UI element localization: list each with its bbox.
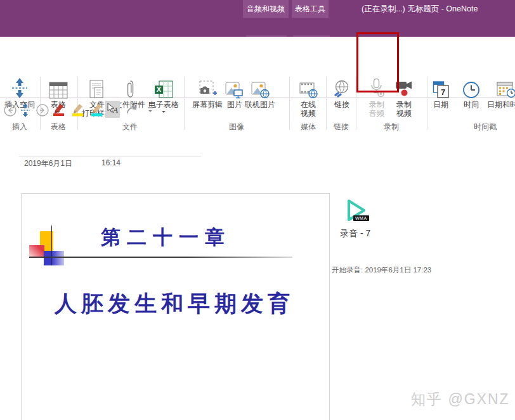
slide-title: 第二十一章: [101, 224, 231, 251]
deco-red-square: [29, 245, 44, 257]
excel-spreadsheet-icon: X: [154, 75, 173, 100]
svg-text:7: 7: [440, 87, 445, 97]
watermark: 知乎 @GXNZ: [411, 390, 510, 409]
type-select-tool-button[interactable]: A: [105, 101, 120, 118]
group-label-table: 表格: [42, 122, 75, 132]
group-separator: [289, 77, 290, 130]
ribbon-tab-row: 文件 开始 插入 绘图 历史记录 审阅 视图 录制... 布局: [0, 18, 515, 37]
svg-text:X: X: [157, 86, 162, 93]
back-button[interactable]: [3, 103, 17, 117]
group-label-recording: 录制: [356, 122, 426, 132]
page-date: 2019年6月1日: [24, 158, 72, 169]
group-separator: [184, 77, 185, 130]
contextual-group-label: 表格工具: [295, 4, 325, 15]
window-title: (正在录制...) 无标题页 - OneNote: [362, 4, 478, 15]
ribbon: 插入空间 插入 表格 表格: [0, 37, 515, 98]
picture-icon: [225, 75, 244, 100]
screen-clipping-icon: [198, 75, 218, 100]
insert-space-tool-button[interactable]: [20, 102, 31, 118]
more-icon: [147, 106, 154, 113]
group-label-media: 媒体: [292, 122, 324, 132]
group-label-links: 链接: [327, 122, 356, 132]
date-and-time-button[interactable]: 日期和时间: [487, 75, 515, 109]
type-select-icon: A: [106, 102, 119, 117]
table-icon: [49, 75, 68, 100]
screen-clipping-button[interactable]: 屏幕剪辑: [188, 75, 226, 109]
forward-icon: [36, 103, 49, 117]
slide-subtitle: 人胚发生和早期发育: [55, 289, 294, 319]
forward-button[interactable]: [36, 103, 49, 117]
toolbar-more-button[interactable]: [146, 105, 155, 114]
link-globe-icon: [333, 75, 351, 100]
online-pictures-icon: [251, 75, 270, 100]
group-label-file: 文件: [79, 122, 181, 132]
redo-button[interactable]: [125, 103, 139, 116]
deco-horizontal-line: [29, 257, 292, 258]
file-printout-icon: [89, 75, 105, 100]
contextual-group-label: 音频和视频: [247, 4, 285, 15]
deco-blue-square: [44, 251, 64, 265]
teal-highlighter-icon: [89, 102, 104, 117]
redo-icon: [126, 104, 138, 115]
page-time: 16:14: [101, 158, 121, 167]
online-video-icon: [299, 75, 318, 100]
paperclip-icon: [126, 75, 135, 100]
wma-format-badge: WMA: [353, 215, 369, 221]
back-icon: [3, 103, 17, 117]
dropdown-arrow-icon: [162, 111, 166, 115]
contextual-group-table-tools: 表格工具: [292, 0, 329, 18]
calendar-clock-icon: [497, 75, 515, 100]
yellow-highlighter-button[interactable]: [70, 102, 85, 117]
slide-printout[interactable]: 第二十一章 人胚发生和早期发育: [21, 193, 330, 420]
time-button[interactable]: 时间: [458, 75, 485, 109]
teal-highlighter-button[interactable]: [89, 102, 104, 117]
online-pictures-button[interactable]: 联机图片: [243, 75, 277, 109]
insert-space-icon: [10, 75, 29, 100]
group-label-timestamp: 时间戳: [444, 122, 515, 132]
link-button[interactable]: 链接: [328, 75, 356, 109]
calendar-icon: 7: [433, 75, 450, 100]
date-button[interactable]: 7 日期: [427, 75, 454, 109]
audio-start-info: 开始录音: 2019年6月1日 17:23: [332, 265, 431, 275]
svg-text:A: A: [112, 105, 118, 115]
group-label-images: 图像: [188, 122, 285, 132]
online-video-button[interactable]: 在线 视频: [292, 75, 324, 118]
highlight-box: [356, 32, 399, 92]
insert-space-icon: [20, 103, 30, 118]
page-title-divider: [19, 156, 201, 156]
deco-vertical-line: [51, 226, 52, 265]
yellow-highlighter-icon: [70, 102, 85, 117]
contextual-group-audio-video: 音频和视频: [243, 0, 289, 18]
titlebar: 音频和视频 表格工具 (正在录制...) 无标题页 - OneNote: [0, 0, 515, 18]
group-label-insert: 插入: [1, 122, 38, 132]
red-pen-button[interactable]: [51, 102, 66, 117]
audio-recording-name[interactable]: 录音 - 7: [340, 228, 370, 239]
red-pen-icon: [51, 102, 66, 117]
onenote-window: 音频和视频 表格工具 (正在录制...) 无标题页 - OneNote 文件 开…: [0, 0, 515, 420]
clock-icon: [462, 75, 480, 100]
